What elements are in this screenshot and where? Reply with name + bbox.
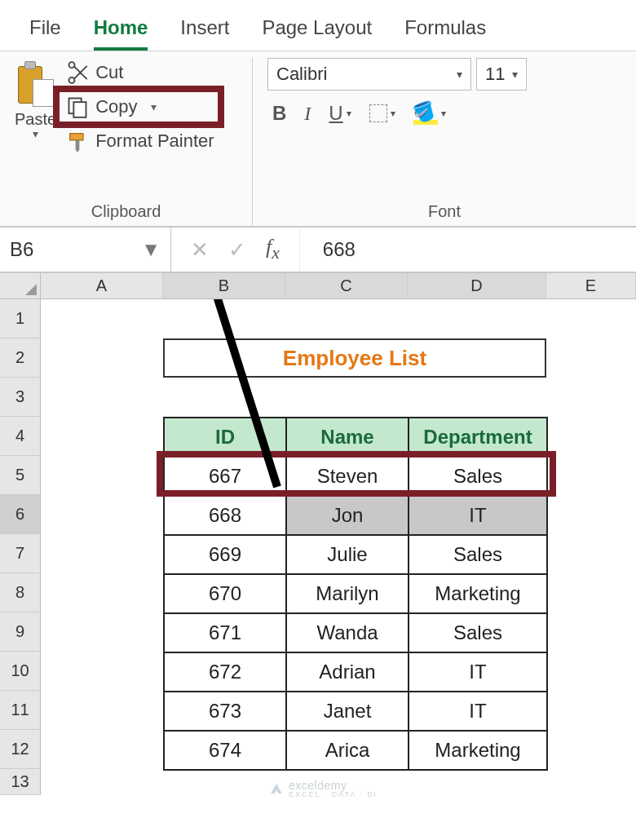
watermark: exceldemy EXCEL · DATA · BI — [269, 779, 378, 798]
row-header[interactable]: 6 — [0, 495, 41, 534]
table-row[interactable]: 667 Steven Sales — [164, 457, 547, 496]
tab-insert[interactable]: Insert — [180, 16, 229, 51]
bold-button[interactable]: B — [272, 102, 286, 125]
group-clipboard: Paste ▾ Cut Copy ▾ Format Painter C — [0, 58, 253, 226]
cut-button[interactable]: Cut — [61, 60, 219, 86]
format-painter-label: Format Painter — [95, 130, 214, 152]
chevron-down-icon: ▼ — [141, 238, 161, 261]
font-size-select[interactable]: 11 ▾ — [476, 58, 527, 91]
tab-formulas[interactable]: Formulas — [404, 16, 486, 51]
data-table: ID Name Department 667 Steven Sales 668 … — [163, 417, 548, 771]
chevron-down-icon: ▾ — [512, 68, 518, 81]
row-header[interactable]: 12 — [0, 730, 41, 769]
chevron-down-icon: ▾ — [457, 68, 462, 81]
font-family-value: Calibri — [276, 64, 327, 85]
chevron-down-icon: ▾ — [391, 108, 395, 119]
copy-label: Copy — [95, 96, 137, 117]
table-row[interactable]: 669 Julie Sales — [164, 535, 547, 574]
group-label-clipboard: Clipboard — [15, 197, 237, 221]
paste-label: Paste — [15, 110, 56, 129]
tab-file[interactable]: File — [29, 16, 61, 51]
row-header[interactable]: 5 — [0, 456, 41, 495]
chevron-down-icon[interactable]: ▾ — [33, 127, 38, 140]
group-font: Calibri ▾ 11 ▾ B I U ▾ ▾ — [253, 58, 636, 226]
table-row[interactable]: 673 Janet IT — [164, 692, 547, 731]
row-header[interactable]: 3 — [0, 378, 41, 417]
border-icon — [369, 104, 387, 122]
ribbon: Paste ▾ Cut Copy ▾ Format Painter C — [0, 51, 636, 227]
copy-icon — [66, 95, 89, 118]
row-header[interactable]: 9 — [0, 612, 41, 652]
row-header[interactable]: 4 — [0, 417, 41, 456]
italic-button[interactable]: I — [304, 103, 311, 125]
logo-icon — [269, 781, 284, 796]
tab-home[interactable]: Home — [94, 16, 148, 51]
header-id[interactable]: ID — [164, 418, 286, 457]
table-row[interactable]: 672 Adrian IT — [164, 652, 547, 692]
select-all-corner[interactable] — [0, 273, 41, 298]
row-header[interactable]: 7 — [0, 534, 41, 573]
chevron-down-icon[interactable]: ▾ — [151, 100, 157, 113]
scissors-icon — [66, 61, 89, 84]
fx-icon[interactable]: fx — [266, 235, 280, 263]
cut-label: Cut — [95, 62, 123, 83]
row-header[interactable]: 2 — [0, 338, 41, 378]
table-row[interactable]: 674 Arica Marketing — [164, 731, 547, 770]
cells-area[interactable]: Employee List ID Name Department 667 Ste… — [41, 299, 636, 795]
cancel-icon[interactable]: ✕ — [191, 237, 209, 263]
col-header-e[interactable]: E — [546, 273, 636, 298]
copy-button[interactable]: Copy ▾ — [61, 91, 219, 123]
table-row[interactable]: 670 Marilyn Marketing — [164, 574, 547, 613]
enter-icon[interactable]: ✓ — [228, 237, 246, 263]
formula-bar: B6 ▼ ✕ ✓ fx 668 — [0, 227, 636, 272]
format-painter-button[interactable]: Format Painter — [61, 128, 219, 154]
tab-page-layout[interactable]: Page Layout — [262, 16, 372, 51]
paint-bucket-icon: 🪣 — [413, 102, 438, 125]
row-header[interactable]: 1 — [0, 299, 41, 338]
row-header[interactable]: 13 — [0, 769, 41, 795]
font-family-select[interactable]: Calibri ▾ — [267, 58, 471, 91]
name-box-value: B6 — [10, 238, 33, 261]
table-row[interactable]: 671 Wanda Sales — [164, 613, 547, 652]
paste-button[interactable]: Paste ▾ — [15, 58, 56, 197]
row-header[interactable]: 8 — [0, 573, 41, 612]
font-size-value: 11 — [485, 64, 505, 85]
paste-icon — [18, 61, 54, 107]
chevron-down-icon: ▾ — [441, 108, 446, 119]
name-box[interactable]: B6 ▼ — [0, 228, 171, 272]
borders-button[interactable]: ▾ — [369, 104, 395, 122]
col-header-c[interactable]: C — [285, 273, 408, 298]
header-name[interactable]: Name — [286, 418, 409, 457]
sheet-title[interactable]: Employee List — [163, 338, 546, 378]
svg-rect-1 — [73, 102, 86, 117]
chevron-down-icon: ▾ — [347, 108, 351, 119]
col-header-b[interactable]: B — [163, 273, 285, 298]
header-dept[interactable]: Department — [409, 418, 547, 457]
column-headers: A B C D E — [0, 273, 636, 299]
paintbrush-icon — [66, 130, 89, 153]
underline-button[interactable]: U ▾ — [329, 102, 351, 125]
spreadsheet-grid: A B C D E 1 2 3 4 5 6 7 8 9 10 11 12 13 … — [0, 272, 636, 795]
group-label-font: Font — [267, 197, 621, 221]
col-header-a[interactable]: A — [41, 273, 163, 298]
row-header[interactable]: 11 — [0, 691, 41, 730]
row-headers: 1 2 3 4 5 6 7 8 9 10 11 12 13 — [0, 299, 41, 795]
col-header-d[interactable]: D — [408, 273, 546, 298]
ribbon-tabs: File Home Insert Page Layout Formulas — [0, 0, 636, 51]
fill-color-button[interactable]: 🪣 ▾ — [413, 102, 446, 125]
row-header[interactable]: 10 — [0, 652, 41, 691]
watermark-tag: EXCEL · DATA · BI — [289, 790, 378, 798]
table-row[interactable]: 668 Jon IT — [164, 496, 547, 535]
formula-input[interactable]: 668 — [300, 228, 636, 272]
